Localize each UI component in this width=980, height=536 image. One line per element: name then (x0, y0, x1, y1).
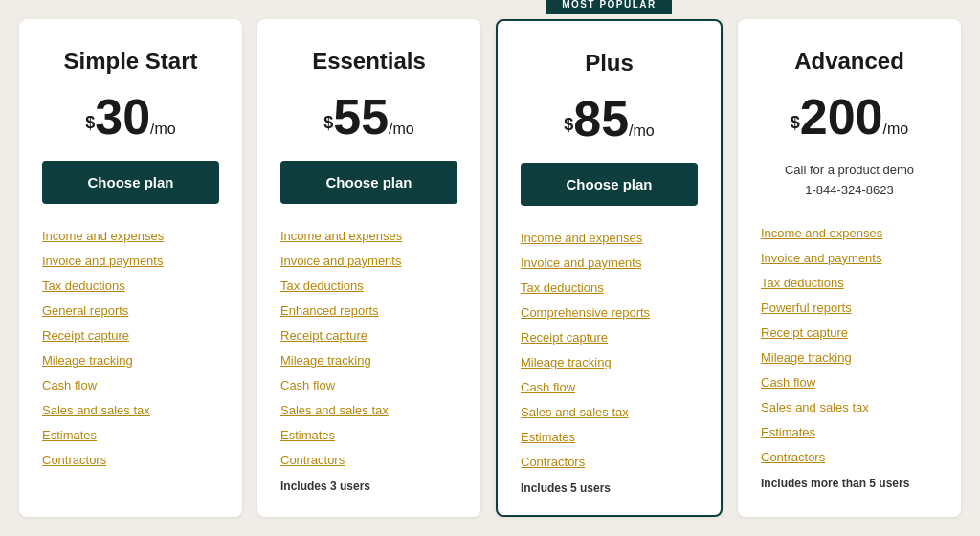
feature-link[interactable]: Mileage tracking (42, 353, 133, 368)
feature-link[interactable]: Cash flow (761, 375, 815, 390)
feature-link[interactable]: Contractors (761, 450, 825, 464)
feature-link[interactable]: Cash flow (42, 378, 97, 392)
feature-item: Income and expenses (521, 229, 698, 246)
feature-link[interactable]: Enhanced reports (280, 303, 379, 318)
feature-link[interactable]: Powerful reports (761, 301, 852, 315)
features-list-simple-start: Income and expensesInvoice and paymentsT… (42, 227, 219, 468)
choose-plan-button-simple-start[interactable]: Choose plan (42, 161, 219, 204)
feature-link[interactable]: Invoice and payments (280, 254, 401, 268)
price-amount: 200 (800, 89, 883, 145)
feature-item: Contractors (280, 451, 457, 468)
feature-item: Contractors (42, 451, 219, 468)
feature-item: Receipt capture (521, 328, 698, 346)
price-dollar: $ (791, 113, 800, 132)
popular-badge-wrapper: MOST POPULAR (498, 0, 721, 14)
plan-title-simple-start: Simple Start (42, 48, 219, 75)
feature-link[interactable]: Comprehensive reports (521, 305, 650, 320)
feature-link[interactable]: Estimates (521, 430, 575, 444)
feature-item: Receipt capture (280, 326, 457, 344)
feature-item: Mileage tracking (521, 353, 698, 370)
feature-link[interactable]: Income and expenses (42, 229, 164, 243)
feature-link[interactable]: Estimates (42, 428, 97, 442)
features-list-advanced: Income and expensesInvoice and paymentsT… (761, 224, 938, 465)
feature-item: Invoice and payments (280, 252, 457, 269)
feature-link[interactable]: Contractors (280, 453, 345, 467)
feature-item: Cash flow (280, 376, 457, 393)
feature-link[interactable]: Sales and sales tax (761, 400, 869, 414)
features-list-plus: Income and expensesInvoice and paymentsT… (521, 229, 698, 470)
feature-item: General reports (42, 302, 219, 319)
features-list-essentials: Income and expensesInvoice and paymentsT… (280, 227, 457, 468)
feature-link[interactable]: Cash flow (521, 380, 575, 394)
choose-plan-button-essentials[interactable]: Choose plan (280, 161, 457, 204)
feature-link[interactable]: Tax deductions (761, 276, 844, 290)
feature-item: Tax deductions (521, 279, 698, 296)
feature-item: Cash flow (42, 376, 219, 393)
feature-item: Tax deductions (42, 277, 219, 294)
feature-link[interactable]: Income and expenses (280, 229, 402, 243)
price-period: /mo (389, 121, 414, 137)
price-amount: 85 (573, 91, 629, 146)
feature-item: Estimates (42, 426, 219, 443)
feature-link[interactable]: Tax deductions (280, 279, 364, 293)
feature-link[interactable]: Tax deductions (521, 280, 604, 295)
feature-item: Income and expenses (42, 227, 219, 244)
feature-link[interactable]: Mileage tracking (521, 355, 612, 369)
feature-item: Contractors (521, 453, 698, 470)
price-amount: 55 (333, 89, 389, 145)
feature-link[interactable]: Estimates (761, 425, 815, 439)
plans-container: Simple Start $30/mo Choose planIncome an… (19, 19, 961, 517)
feature-item: Sales and sales tax (280, 401, 457, 418)
feature-link[interactable]: Mileage tracking (280, 353, 371, 368)
plan-price-advanced: $200/mo (761, 92, 938, 142)
feature-link[interactable]: Income and expenses (521, 231, 642, 245)
feature-link[interactable]: Receipt capture (521, 330, 608, 345)
feature-item: Cash flow (761, 373, 938, 391)
feature-link[interactable]: Invoice and payments (521, 256, 641, 270)
feature-item: Sales and sales tax (521, 403, 698, 420)
feature-item: Estimates (521, 428, 698, 445)
feature-item: Income and expenses (280, 227, 457, 244)
feature-link[interactable]: Cash flow (280, 378, 335, 392)
feature-item: Invoice and payments (521, 254, 698, 271)
feature-item: Invoice and payments (42, 252, 219, 269)
plan-title-advanced: Advanced (761, 48, 938, 75)
plan-card-plus: MOST POPULAR Plus $85/mo Choose planInco… (496, 19, 723, 517)
feature-item: Income and expenses (761, 224, 938, 241)
includes-note-advanced: Includes more than 5 users (761, 477, 938, 490)
feature-link[interactable]: Receipt capture (280, 328, 368, 343)
feature-link[interactable]: Sales and sales tax (521, 405, 629, 419)
feature-item: Sales and sales tax (42, 401, 219, 418)
price-period: /mo (150, 121, 176, 137)
feature-link[interactable]: Invoice and payments (761, 251, 881, 265)
feature-item: Sales and sales tax (761, 398, 938, 415)
feature-link[interactable]: Tax deductions (42, 279, 125, 293)
plan-price-simple-start: $30/mo (42, 92, 219, 142)
choose-plan-button-plus[interactable]: Choose plan (521, 163, 698, 206)
feature-item: Invoice and payments (761, 249, 938, 266)
feature-item: Tax deductions (280, 277, 457, 294)
feature-item: Receipt capture (761, 324, 938, 341)
feature-item: Mileage tracking (42, 351, 219, 368)
feature-link[interactable]: Estimates (280, 428, 335, 442)
feature-item: Contractors (761, 448, 938, 465)
plan-title-essentials: Essentials (280, 48, 457, 75)
feature-link[interactable]: Sales and sales tax (42, 403, 150, 417)
feature-item: Cash flow (521, 378, 698, 395)
feature-link[interactable]: Receipt capture (42, 328, 129, 343)
plan-title-plus: Plus (521, 50, 698, 77)
feature-link[interactable]: Invoice and payments (42, 254, 163, 268)
feature-item: Tax deductions (761, 274, 938, 291)
feature-link[interactable]: General reports (42, 303, 128, 318)
includes-note-essentials: Includes 3 users (280, 480, 457, 493)
feature-link[interactable]: Contractors (521, 455, 585, 469)
feature-link[interactable]: Sales and sales tax (280, 403, 389, 417)
price-dollar: $ (564, 115, 573, 134)
feature-link[interactable]: Income and expenses (761, 226, 882, 240)
plan-card-advanced: Advanced $200/mo Call for a product demo… (738, 19, 961, 517)
feature-item: Enhanced reports (280, 302, 457, 319)
feature-link[interactable]: Receipt capture (761, 325, 848, 340)
feature-link[interactable]: Contractors (42, 453, 106, 467)
call-demo-advanced: Call for a product demo1-844-324-8623 (761, 161, 938, 201)
feature-link[interactable]: Mileage tracking (761, 350, 852, 365)
